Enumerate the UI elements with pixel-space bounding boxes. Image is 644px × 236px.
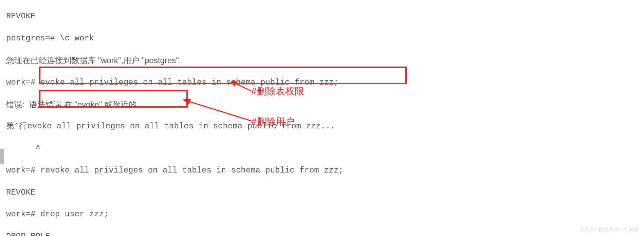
output-line: work=# evoke all privileges on all table…: [6, 77, 638, 88]
watermark: CSDN @白开水~不加糖: [581, 226, 639, 233]
output-line: 错误: 语法错误 在 "evoke" 或附近的: [6, 99, 638, 110]
command-line: work=# drop user zzz;: [6, 209, 638, 220]
terminal-output: REVOKE postgres=# \c work 您现在已经连接到数据库 "w…: [0, 0, 644, 236]
output-line: ^: [6, 143, 638, 154]
side-tab: [0, 149, 4, 164]
annotation-drop-user: #删除用户: [251, 115, 295, 128]
revoke-command: revoke all privileges on all tables in s…: [40, 166, 344, 175]
prompt: work=#: [6, 166, 40, 175]
output-line: 您现在已经连接到数据库 "work",用户 "postgres".: [6, 55, 638, 66]
command-line: work=# revoke all privileges on all tabl…: [6, 165, 638, 176]
drop-user-command: drop user zzz;: [40, 210, 109, 219]
output-line: REVOKE: [6, 11, 638, 22]
annotation-revoke: #删除表权限: [251, 85, 304, 98]
output-line: DROP ROLE: [6, 231, 638, 236]
prompt: work=#: [6, 210, 40, 219]
output-line: postgres=# \c work: [6, 33, 638, 44]
output-line: REVOKE: [6, 187, 638, 198]
output-line: 第1行evoke all privileges on all tables in…: [6, 121, 638, 132]
